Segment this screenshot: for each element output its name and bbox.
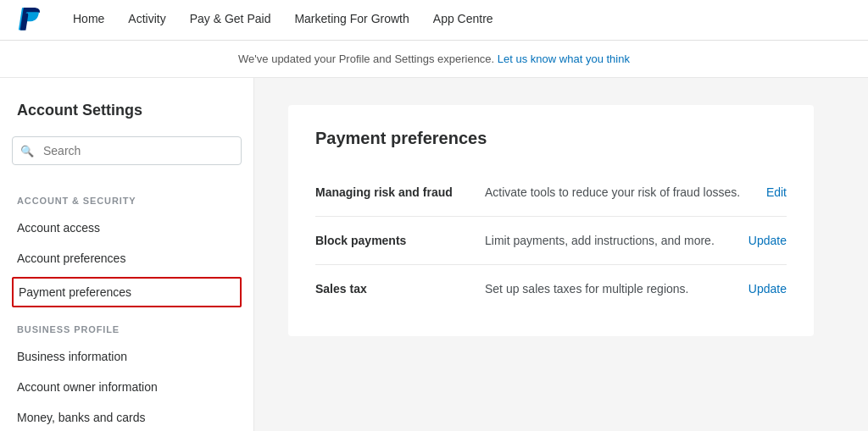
banner-text: We've updated your Profile and Settings …	[238, 52, 494, 65]
sidebar-search-container: 🔍	[12, 136, 242, 165]
pref-description-block-payments: Limit payments, add instructions, and mo…	[485, 234, 728, 247]
sidebar: Account Settings 🔍 ACCOUNT & SECURITY Ac…	[0, 78, 254, 431]
pref-action-block-payments[interactable]: Update	[748, 234, 787, 247]
nav-app-centre[interactable]: App Centre	[421, 0, 505, 40]
search-icon: 🔍	[20, 145, 34, 157]
pref-action-risk-fraud[interactable]: Edit	[766, 185, 787, 199]
nav-marketing[interactable]: Marketing For Growth	[282, 0, 420, 40]
sidebar-item-payment-preferences[interactable]: Payment preferences	[12, 277, 242, 307]
main-layout: Account Settings 🔍 ACCOUNT & SECURITY Ac…	[0, 78, 868, 431]
paypal-logo[interactable]	[17, 6, 41, 35]
nav-links: Home Activity Pay & Get Paid Marketing F…	[61, 0, 505, 40]
top-navigation: Home Activity Pay & Get Paid Marketing F…	[0, 0, 868, 41]
table-row: Sales tax Set up sales taxes for multipl…	[315, 265, 787, 312]
table-row: Block payments Limit payments, add instr…	[315, 217, 787, 265]
main-content: Payment preferences Managing risk and fr…	[254, 78, 868, 431]
nav-activity[interactable]: Activity	[116, 0, 177, 40]
table-row: Managing risk and fraud Activate tools t…	[315, 169, 787, 217]
banner-link[interactable]: Let us know what you think	[498, 52, 630, 65]
section-label-business-profile: BUSINESS PROFILE	[0, 311, 253, 341]
nav-home[interactable]: Home	[61, 0, 116, 40]
search-input[interactable]	[12, 136, 242, 165]
nav-pay-get-paid[interactable]: Pay & Get Paid	[178, 0, 283, 40]
sidebar-item-account-preferences[interactable]: Account preferences	[0, 243, 253, 274]
pref-description-risk-fraud: Activate tools to reduce your risk of fr…	[485, 185, 746, 199]
notification-banner: We've updated your Profile and Settings …	[0, 41, 868, 78]
sidebar-item-account-owner-information[interactable]: Account owner information	[0, 372, 253, 402]
pref-description-sales-tax: Set up sales taxes for multiple regions.	[485, 282, 728, 296]
content-title: Payment preferences	[315, 129, 787, 148]
pref-label-block-payments: Block payments	[315, 234, 485, 247]
section-label-account-security: ACCOUNT & SECURITY	[0, 182, 253, 213]
pref-label-risk-fraud: Managing risk and fraud	[315, 185, 485, 199]
sidebar-title: Account Settings	[0, 102, 253, 136]
sidebar-item-account-access[interactable]: Account access	[0, 213, 253, 243]
sidebar-item-business-information[interactable]: Business information	[0, 341, 253, 372]
pref-action-sales-tax[interactable]: Update	[748, 282, 787, 296]
sidebar-item-money-banks-cards[interactable]: Money, banks and cards	[0, 402, 253, 431]
content-card: Payment preferences Managing risk and fr…	[288, 105, 814, 336]
pref-label-sales-tax: Sales tax	[315, 282, 485, 296]
